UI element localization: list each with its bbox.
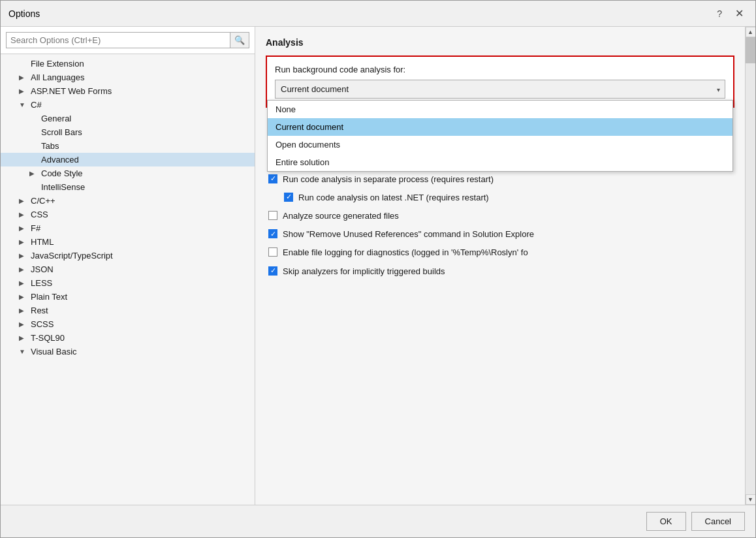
option-label-latest-net: Run code analysis on latest .NET (requir…	[298, 192, 489, 204]
sidebar-item-tsql[interactable]: T-SQL90	[1, 331, 255, 345]
tree-expand-javascript	[19, 252, 27, 259]
scroll-down-arrow[interactable]: ▼	[746, 494, 756, 505]
tree-label-file-extension: File Extension	[31, 59, 84, 69]
sidebar-item-javascript[interactable]: JavaScript/TypeScript	[1, 249, 255, 262]
tree-label-html: HTML	[31, 237, 54, 247]
footer: OK Cancel	[1, 505, 755, 537]
option-row-latest-net: ✓Run code analysis on latest .NET (requi…	[268, 192, 734, 204]
sidebar-item-rest[interactable]: Rest	[1, 304, 255, 317]
dialog-body: 🔍 File ExtensionAll LanguagesASP.NET Web…	[1, 27, 755, 505]
option-row-remove-unused: ✓Show "Remove Unused References" command…	[268, 229, 734, 240]
tree-label-advanced: Advanced	[41, 155, 79, 165]
tree-label-less: LESS	[31, 278, 52, 288]
option-row-skip-analyzers: ✓Skip analyzers for implicitly triggered…	[268, 266, 734, 277]
tree-expand-plain-text	[19, 293, 27, 300]
tree-label-cpp: C/C++	[31, 196, 55, 206]
option-label-separate-process: Run code analysis in separate process (r…	[283, 174, 494, 185]
sidebar-item-html[interactable]: HTML	[1, 235, 255, 249]
sidebar-item-fsharp[interactable]: F#	[1, 221, 255, 235]
dropdown-option-current-document[interactable]: Current document	[268, 118, 732, 136]
dropdown-options: NoneCurrent documentOpen documentsEntire…	[267, 100, 733, 172]
search-input[interactable]	[6, 32, 230, 48]
dropdown-select[interactable]: Current document	[275, 80, 725, 99]
tree-label-tsql: T-SQL90	[31, 333, 65, 343]
help-button[interactable]: ?	[713, 7, 726, 20]
tree-label-code-style: Code Style	[41, 168, 83, 178]
tree-label-css: CSS	[31, 210, 48, 219]
option-row-file-logging: Enable file logging for diagnostics (log…	[268, 247, 734, 259]
sidebar-item-tabs[interactable]: Tabs	[1, 139, 255, 153]
option-control-remove-unused[interactable]: ✓	[268, 229, 277, 238]
dropdown-option-none[interactable]: None	[268, 101, 732, 118]
option-row-separate-process: ✓Run code analysis in separate process (…	[268, 174, 734, 185]
option-row-source-generated: Analyze source generated files	[268, 210, 734, 222]
sidebar-item-all-languages[interactable]: All Languages	[1, 71, 255, 84]
sidebar-item-intellisense[interactable]: IntelliSense	[1, 180, 255, 194]
dropdown-section: Run background code analysis for: Curren…	[266, 55, 734, 108]
tree-label-general: General	[41, 114, 71, 123]
tree-label-visual-basic: Visual Basic	[31, 347, 77, 356]
tree-expand-json	[19, 266, 27, 273]
search-button[interactable]: 🔍	[230, 32, 249, 48]
tree-label-fsharp: F#	[31, 223, 40, 233]
sidebar-item-general[interactable]: General	[1, 112, 255, 125]
sidebar: 🔍 File ExtensionAll LanguagesASP.NET Web…	[1, 27, 255, 505]
sidebar-item-advanced[interactable]: Advanced	[1, 153, 255, 166]
dropdown-container: Current document ▾ NoneCurrent documentO…	[275, 80, 725, 99]
tree-label-tabs: Tabs	[41, 141, 59, 151]
tree-expand-visual-basic	[19, 348, 27, 355]
tree-expand-tsql	[19, 334, 27, 341]
title-bar-controls: ? ✕	[713, 6, 748, 21]
tree: File ExtensionAll LanguagesASP.NET Web F…	[1, 54, 255, 505]
dialog-title: Options	[8, 8, 40, 19]
section-title: Analysis	[266, 37, 734, 48]
tree-expand-fsharp	[19, 225, 27, 232]
tree-label-plain-text: Plain Text	[31, 292, 67, 302]
sidebar-item-scroll-bars[interactable]: Scroll Bars	[1, 125, 255, 139]
sidebar-item-css[interactable]: CSS	[1, 208, 255, 221]
sidebar-item-visual-basic[interactable]: Visual Basic	[1, 345, 255, 358]
tree-expand-scss	[19, 321, 27, 328]
option-control-file-logging[interactable]	[268, 247, 277, 257]
tree-label-csharp: C#	[31, 100, 42, 110]
sidebar-item-csharp[interactable]: C#	[1, 98, 255, 112]
option-control-separate-process[interactable]: ✓	[268, 174, 277, 183]
tree-expand-less	[19, 279, 27, 287]
tree-label-intellisense: IntelliSense	[41, 182, 85, 192]
sidebar-item-file-extension[interactable]: File Extension	[1, 57, 255, 71]
option-control-skip-analyzers[interactable]: ✓	[268, 266, 277, 276]
right-scrollbar: ▲ ▼	[745, 27, 755, 505]
sidebar-item-less[interactable]: LESS	[1, 276, 255, 290]
content-area: Analysis Run background code analysis fo…	[255, 27, 745, 505]
sidebar-item-cpp[interactable]: C/C++	[1, 194, 255, 208]
tree-label-javascript: JavaScript/TypeScript	[31, 251, 113, 261]
dropdown-option-open-documents[interactable]: Open documents	[268, 136, 732, 153]
tree-label-scss: SCSS	[31, 319, 54, 329]
option-label-source-generated: Analyze source generated files	[283, 210, 399, 222]
dropdown-label: Run background code analysis for:	[275, 65, 725, 74]
sidebar-item-plain-text[interactable]: Plain Text	[1, 290, 255, 304]
option-label-file-logging: Enable file logging for diagnostics (log…	[283, 247, 528, 259]
sidebar-item-asp-net[interactable]: ASP.NET Web Forms	[1, 84, 255, 98]
tree-label-scroll-bars: Scroll Bars	[41, 127, 82, 137]
option-label-remove-unused: Show "Remove Unused References" command …	[283, 229, 534, 240]
tree-label-rest: Rest	[31, 306, 48, 315]
sidebar-item-json[interactable]: JSON	[1, 262, 255, 276]
scroll-track	[746, 37, 755, 494]
sidebar-item-scss[interactable]: SCSS	[1, 317, 255, 331]
scroll-up-arrow[interactable]: ▲	[746, 27, 756, 37]
close-button[interactable]: ✕	[731, 6, 748, 21]
cancel-button[interactable]: Cancel	[691, 512, 745, 531]
tree-expand-html	[19, 238, 27, 245]
ok-button[interactable]: OK	[646, 512, 686, 531]
main-content: Analysis Run background code analysis fo…	[255, 27, 745, 505]
tree-expand-css	[19, 211, 27, 218]
tree-expand-cpp	[19, 197, 27, 204]
option-control-latest-net[interactable]: ✓	[284, 193, 293, 202]
tree-expand-rest	[19, 307, 27, 314]
sidebar-item-code-style[interactable]: Code Style	[1, 166, 255, 180]
scroll-thumb[interactable]	[746, 37, 755, 63]
tree-expand-asp-net	[19, 87, 27, 95]
dropdown-option-entire-solution[interactable]: Entire solution	[268, 153, 732, 171]
option-control-source-generated[interactable]	[268, 211, 277, 220]
